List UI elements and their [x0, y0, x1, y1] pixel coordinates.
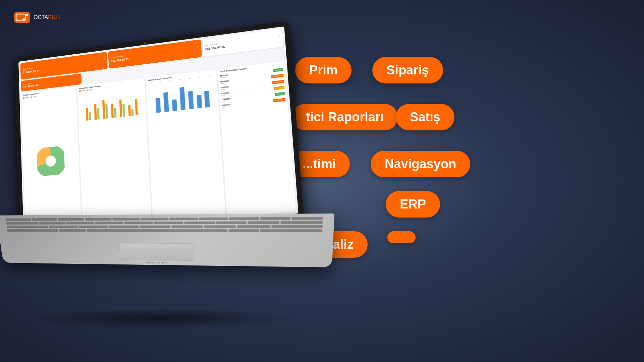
- svg-rect-14: [102, 100, 105, 119]
- tag-navigasyon-2: Navigasyon: [371, 151, 470, 177]
- svg-rect-10: [86, 108, 89, 121]
- trackpad: [119, 243, 194, 261]
- laptop-screen: 🏦 Bugün Gelen 312.894,00 TL ⊗ Günlük Tra…: [14, 21, 304, 237]
- transactions-list: Son 7 Günlük Kasa Toplamı 26/08/2024 Paz…: [217, 61, 296, 216]
- svg-line-9: [83, 96, 140, 102]
- laptop-base: MacBook Pro: [0, 214, 334, 267]
- card-bank-icon: 🏦: [102, 58, 105, 60]
- svg-rect-22: [135, 99, 138, 115]
- bar-chart-banka: [148, 77, 217, 120]
- laptop: 🏦 Bugün Gelen 312.894,00 TL ⊗ Günlük Tra…: [10, 34, 312, 308]
- svg-rect-16: [111, 104, 114, 118]
- svg-rect-30: [179, 87, 185, 110]
- svg-rect-18: [119, 99, 122, 117]
- chart-kasa-tutari: Toplam Kasa Tutarı Giden Gelen: [21, 86, 82, 230]
- macbook-label: MacBook Pro: [146, 261, 168, 264]
- tag-satis: Satış: [396, 104, 454, 130]
- trans-btn-1[interactable]: INCELE TL: [273, 68, 283, 72]
- svg-rect-21: [131, 109, 134, 116]
- trans-btn-5[interactable]: INCELE TL: [275, 92, 285, 96]
- svg-rect-31: [188, 91, 194, 109]
- logo: OCTAPULL: [13, 11, 61, 24]
- tag-analiz: [387, 231, 416, 243]
- trans-btn-4[interactable]: TOPLAM TL: [274, 86, 284, 90]
- svg-rect-20: [128, 105, 131, 116]
- logo-icon: [13, 11, 31, 24]
- trans-btn-3[interactable]: BU RAPOR TL: [272, 80, 284, 84]
- chart-hafta-basi: Hafta Başı Gelen Tutarlar Giden Gelen: [77, 78, 152, 226]
- svg-rect-28: [163, 92, 169, 112]
- logo-octa: OCTA: [34, 14, 48, 20]
- tag-siparis: Sipariş: [372, 57, 443, 83]
- svg-rect-33: [204, 91, 210, 108]
- tag-kampanya: ERP: [386, 191, 440, 218]
- svg-point-2: [26, 14, 28, 16]
- card-transfer-icon: ⊗: [197, 46, 199, 48]
- screen-content: 🏦 Bugün Gelen 312.894,00 TL ⊗ Günlük Tra…: [18, 26, 299, 232]
- svg-rect-17: [114, 108, 117, 118]
- svg-rect-12: [94, 104, 97, 120]
- svg-rect-19: [122, 104, 125, 117]
- chart-banka-transferleri: Haftalık Banka Transferleri PztSalÇarPer…: [146, 69, 225, 222]
- svg-rect-11: [89, 112, 91, 120]
- laptop-camera-dot: [144, 42, 146, 45]
- laptop-shadow: [27, 308, 295, 328]
- trans-btn-2[interactable]: BU RAPOR TL: [271, 74, 284, 78]
- bar-chart-hafta: [79, 86, 145, 128]
- svg-rect-15: [105, 104, 108, 119]
- svg-rect-29: [172, 99, 177, 111]
- svg-rect-32: [197, 95, 202, 108]
- pie-chart: [37, 145, 65, 176]
- svg-rect-27: [155, 98, 161, 113]
- logo-text: OCTAPULL: [34, 14, 61, 20]
- svg-rect-13: [97, 108, 100, 120]
- logo-pull: PULL: [48, 14, 61, 20]
- trans-btn-6[interactable]: BU RAPOR TL: [273, 98, 285, 102]
